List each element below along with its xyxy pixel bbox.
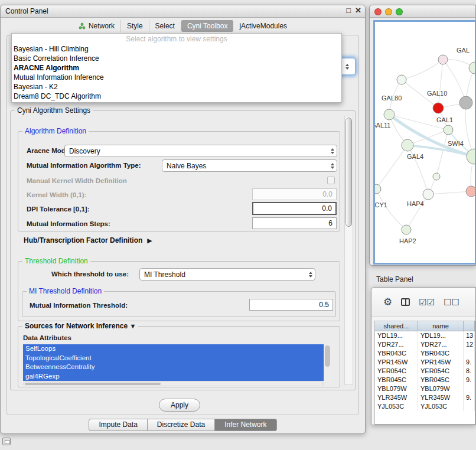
node-label: GAL80 (382, 94, 402, 102)
network-edge (406, 194, 428, 230)
attribute-items: SelfLoopsTopologicalCoefficientBetweenne… (23, 344, 324, 381)
algorithm-option[interactable]: Bayesian - Hill Climbing (12, 44, 341, 54)
algorithm-placeholder: Select algorithm to view settings (12, 34, 341, 44)
table-cell: YER054C (375, 367, 418, 376)
mi-type-label: Mutual Information Algorithm Type: (27, 159, 141, 172)
network-node[interactable] (402, 139, 413, 151)
mi-steps-label: Mutual Information Steps: (27, 218, 110, 230)
column-header[interactable]: shared... (375, 321, 418, 331)
node-label: GAL4 (407, 153, 423, 160)
network-edge (389, 115, 474, 156)
table-row[interactable]: YBR045CYBR045C9. (375, 376, 475, 384)
gear-icon[interactable]: ⚙ (383, 298, 392, 306)
columns-icon[interactable] (401, 298, 410, 306)
hub-tf-definition-toggle[interactable]: Hub/Transcription Factor Definition ▶ (24, 236, 152, 244)
network-node[interactable] (438, 55, 448, 64)
collapsed-arrow-icon[interactable]: ▶ (147, 237, 152, 244)
attribute-list-hscrollbar[interactable] (23, 381, 324, 386)
minimized-window-icon[interactable] (2, 438, 11, 445)
tab-style[interactable]: Style (121, 20, 149, 32)
control-panel-titlebar[interactable]: Control Panel □ ✕ (1, 5, 365, 18)
network-node[interactable] (444, 125, 453, 135)
tab-select[interactable]: Select (149, 20, 181, 32)
settings-scrollbar[interactable] (344, 116, 353, 385)
table-row[interactable]: YDL19...YDL19...13 (375, 331, 475, 340)
attribute-list-item[interactable]: TopologicalCoefficient (23, 354, 324, 363)
network-node[interactable] (375, 184, 381, 194)
network-node[interactable] (384, 109, 395, 120)
mi-threshold-value: 0.5 (319, 301, 329, 309)
network-edge (436, 130, 448, 177)
apply-button[interactable]: Apply (159, 399, 200, 412)
deselect-all-columns-icon[interactable]: ☐☐ (444, 298, 459, 306)
minimize-traffic-icon[interactable] (385, 8, 392, 15)
table-row[interactable]: YPR145WYPR145W9. (375, 358, 475, 367)
mi-threshold-field[interactable]: 0.5 (249, 299, 333, 311)
tab-cyni-toolbox[interactable]: Cyni Toolbox (181, 20, 233, 32)
close-traffic-icon[interactable] (374, 8, 382, 15)
window-title: Control Panel (5, 7, 48, 15)
sources-legend[interactable]: Sources for Network Inference ▼ (22, 322, 138, 330)
traffic-lights (374, 8, 403, 15)
algorithm-option[interactable]: ARACNE Algorithm (12, 63, 341, 73)
algorithm-definition-group: Algorithm Definition Aracne Mode: Discov… (18, 131, 340, 231)
algorithm-option[interactable]: Basic Correlation Inference (12, 54, 341, 63)
table-cell: 12 (464, 340, 475, 349)
tab-impute-data[interactable]: Impute Data (89, 419, 147, 431)
attribute-list-item[interactable]: gal4RGexp (23, 372, 324, 381)
which-threshold-select[interactable]: MI Threshold (139, 268, 315, 281)
scrollbar-thumb[interactable] (325, 345, 330, 367)
table-cell: YJL053C (375, 402, 418, 411)
algorithm-option[interactable]: Mutual Information Inference (12, 73, 341, 82)
node-label: SWI4 (448, 140, 464, 147)
network-node[interactable] (397, 75, 406, 84)
algorithm-option[interactable]: Dream8 DC_TDC Algorithm (12, 92, 341, 101)
attribute-list-item[interactable]: SelfLoops (23, 344, 324, 354)
attribute-list-vscrollbar[interactable] (324, 344, 331, 381)
mi-type-select[interactable]: Naive Bayes (162, 159, 337, 172)
network-node[interactable] (402, 225, 411, 234)
network-canvas[interactable]: GALGAL80GAL10GAL11GAL1SWI4GAL4GCY1HAP4HA… (373, 20, 476, 265)
table-row[interactable]: YBL079WYBL079W (375, 384, 475, 393)
mi-steps-field[interactable]: 6 (252, 217, 337, 229)
maximize-icon[interactable]: □ (346, 6, 351, 15)
close-icon[interactable]: ✕ (355, 6, 361, 15)
scrollbar-thumb[interactable] (25, 383, 161, 385)
tab-network[interactable]: Network (73, 20, 121, 32)
table-row[interactable]: YJL053CYJL053C (375, 402, 475, 411)
network-node[interactable] (469, 62, 475, 74)
network-node[interactable] (466, 186, 475, 197)
zoom-traffic-icon[interactable] (396, 8, 403, 15)
column-header[interactable] (464, 321, 475, 331)
select-all-columns-icon[interactable]: ☑☑ (419, 298, 435, 306)
network-node[interactable] (433, 103, 444, 113)
table-row[interactable]: YLR345WYLR345W9. (375, 393, 475, 402)
tab-discretize-data[interactable]: Discretize Data (148, 419, 215, 431)
tab-jactivemodules[interactable]: jActiveModules (233, 20, 293, 32)
dpi-tolerance-field[interactable]: 0.0 (252, 202, 337, 215)
which-threshold-value: MI Threshold (140, 270, 307, 279)
algorithm-option[interactable]: Bayesian - K2 (12, 82, 341, 92)
combo-arrows-icon (328, 148, 337, 154)
manual-kernel-checkbox[interactable] (327, 177, 335, 184)
attribute-list-item[interactable]: BetweennessCentrality (23, 363, 324, 372)
network-node[interactable] (433, 173, 440, 180)
network-node[interactable] (423, 189, 433, 200)
cyni-algorithm-settings-group: Cyni Algorithm Settings Algorithm Defini… (10, 110, 356, 390)
network-titlebar[interactable] (370, 5, 475, 18)
aracne-mode-select[interactable]: Discovery (64, 145, 337, 157)
table-row[interactable]: YER054CYER054C8. (375, 367, 475, 376)
network-node[interactable] (459, 96, 472, 109)
scrollbar-thumb[interactable] (345, 118, 352, 227)
table-cell: YDL19... (418, 331, 464, 340)
manual-kernel-label: Manual Kernel Width Definition (27, 175, 127, 187)
table-row[interactable]: YDR27...YDR27...12 (375, 340, 475, 349)
kernel-width-field[interactable]: 0.0 (252, 188, 337, 200)
expanded-arrow-icon[interactable]: ▼ (129, 322, 136, 330)
table-cell: YPR145W (418, 358, 464, 367)
network-view-window: GALGAL80GAL10GAL11GAL1SWI4GAL4GCY1HAP4HA… (369, 5, 476, 266)
column-header[interactable]: name (418, 321, 464, 331)
tab-infer-network[interactable]: Infer Network (215, 419, 276, 431)
table-row[interactable]: YBR043CYBR043C (375, 349, 475, 358)
attribute-list[interactable]: SelfLoopsTopologicalCoefficientBetweenne… (23, 344, 331, 381)
